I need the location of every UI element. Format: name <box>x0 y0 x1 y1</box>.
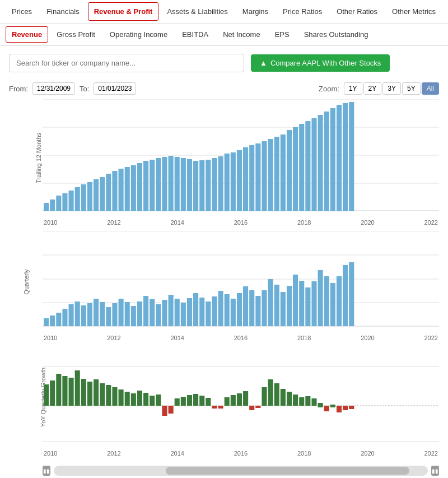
from-label: From: <box>9 85 28 93</box>
svg-rect-93 <box>199 298 204 326</box>
svg-rect-114 <box>330 283 335 326</box>
scrollbar-track[interactable] <box>54 466 428 476</box>
svg-rect-162 <box>281 389 286 406</box>
svg-rect-49 <box>287 130 292 211</box>
svg-rect-70 <box>56 313 61 326</box>
trailing-12-chart: Trailing 12 Months 400 300 200 100 0 <box>9 99 439 217</box>
svg-rect-80 <box>119 299 124 326</box>
svg-rect-14 <box>69 191 74 211</box>
svg-rect-12 <box>56 196 61 211</box>
svg-rect-47 <box>274 137 279 211</box>
top-nav-item-other-ratios[interactable]: Other Ratios <box>330 2 384 21</box>
sub-nav-item-gross-profit[interactable]: Gross Profit <box>50 26 101 43</box>
svg-rect-157 <box>249 406 254 410</box>
svg-rect-134 <box>106 385 111 406</box>
zoom-group: 1Y2Y3Y5YAll <box>344 82 439 95</box>
svg-rect-84 <box>143 296 148 326</box>
svg-rect-13 <box>62 193 67 211</box>
svg-rect-152 <box>218 406 223 409</box>
scrollbar-left-handle[interactable]: ▮▮ <box>43 466 50 476</box>
sub-nav-item-ebitda[interactable]: EBITDA <box>176 26 214 43</box>
top-nav-item-other-metrics[interactable]: Other Metrics <box>386 2 442 21</box>
svg-rect-10 <box>44 203 49 211</box>
sub-nav-item-revenue[interactable]: Revenue <box>6 26 48 43</box>
top-nav-item-margins[interactable]: Margins <box>236 2 274 21</box>
svg-rect-32 <box>181 158 186 211</box>
svg-rect-55 <box>324 112 329 211</box>
svg-rect-106 <box>281 292 286 326</box>
svg-rect-72 <box>69 304 74 326</box>
sub-nav-item-operating-income[interactable]: Operating Income <box>104 26 174 43</box>
sub-nav-item-net-income[interactable]: Net Income <box>217 26 266 43</box>
svg-rect-50 <box>293 127 298 211</box>
svg-rect-23 <box>125 167 130 211</box>
svg-rect-139 <box>137 391 142 406</box>
quarterly-chart: Quarterly 100 50 0 <box>9 231 439 332</box>
svg-rect-135 <box>112 387 117 406</box>
svg-rect-144 <box>169 406 174 414</box>
svg-rect-78 <box>106 307 111 326</box>
zoom-btn-all[interactable]: All <box>422 82 439 95</box>
svg-rect-40 <box>231 152 236 211</box>
svg-rect-97 <box>225 294 230 326</box>
svg-rect-76 <box>94 299 99 326</box>
zoom-btn-2y[interactable]: 2Y <box>363 82 382 95</box>
svg-rect-117 <box>349 262 354 326</box>
compare-button[interactable]: ▲ Compare AAPL With Other Stocks <box>251 54 390 72</box>
zoom-btn-1y[interactable]: 1Y <box>344 82 362 95</box>
svg-rect-24 <box>131 165 136 211</box>
svg-rect-110 <box>305 287 310 326</box>
svg-rect-20 <box>106 174 111 211</box>
svg-rect-36 <box>206 160 211 211</box>
sub-navigation: RevenueGross ProfitOperating IncomeEBITD… <box>0 24 448 46</box>
sub-nav-item-eps[interactable]: EPS <box>269 26 296 43</box>
svg-rect-28 <box>156 158 161 211</box>
zoom-btn-5y[interactable]: 5Y <box>402 82 421 95</box>
scrollbar-thumb[interactable] <box>166 467 409 475</box>
svg-rect-59 <box>349 102 354 211</box>
svg-rect-130 <box>81 379 86 406</box>
top-nav-item-financials[interactable]: Financials <box>40 2 86 21</box>
search-input[interactable] <box>9 54 244 72</box>
svg-rect-44 <box>255 143 260 211</box>
top-nav-item-prices[interactable]: Prices <box>6 2 38 21</box>
svg-rect-128 <box>69 378 74 406</box>
top-nav-item-revenue---profit[interactable]: Revenue & Profit <box>88 2 159 21</box>
svg-rect-158 <box>255 406 260 408</box>
svg-rect-163 <box>287 392 292 406</box>
svg-rect-124 <box>44 384 49 406</box>
from-date-input[interactable]: 12/31/2009 <box>32 82 75 95</box>
svg-rect-85 <box>150 299 155 326</box>
top-nav-item-assets---liabilities[interactable]: Assets & Liabilities <box>161 2 234 21</box>
svg-rect-111 <box>311 281 316 326</box>
svg-rect-154 <box>231 395 236 406</box>
svg-rect-69 <box>50 315 55 326</box>
svg-rect-21 <box>112 171 117 211</box>
svg-rect-140 <box>143 393 148 406</box>
scrollbar-container: ▮▮ ▮▮ <box>34 461 448 478</box>
svg-rect-166 <box>305 396 310 406</box>
top-nav-item-price-ratios[interactable]: Price Ratios <box>277 2 328 21</box>
svg-rect-71 <box>62 309 67 326</box>
to-date-input[interactable]: 01/01/2023 <box>94 82 136 95</box>
svg-rect-81 <box>125 302 130 326</box>
svg-rect-41 <box>237 150 242 211</box>
svg-rect-33 <box>187 159 192 211</box>
svg-rect-141 <box>150 396 155 406</box>
svg-rect-164 <box>293 395 298 406</box>
svg-rect-53 <box>311 118 316 211</box>
svg-rect-94 <box>206 301 211 326</box>
svg-rect-46 <box>268 139 273 211</box>
svg-rect-30 <box>169 156 174 211</box>
scrollbar-right-handle[interactable]: ▮▮ <box>431 466 439 476</box>
zoom-btn-3y[interactable]: 3Y <box>382 82 401 95</box>
svg-rect-165 <box>299 397 304 406</box>
svg-rect-87 <box>162 300 167 326</box>
svg-rect-136 <box>119 389 124 406</box>
svg-rect-15 <box>75 187 80 211</box>
svg-rect-155 <box>237 393 242 406</box>
svg-rect-26 <box>143 161 148 211</box>
charts-area: Trailing 12 Months 400 300 200 100 0 <box>0 99 448 461</box>
svg-rect-39 <box>225 154 230 211</box>
sub-nav-item-shares-outstanding[interactable]: Shares Outstanding <box>298 26 375 43</box>
